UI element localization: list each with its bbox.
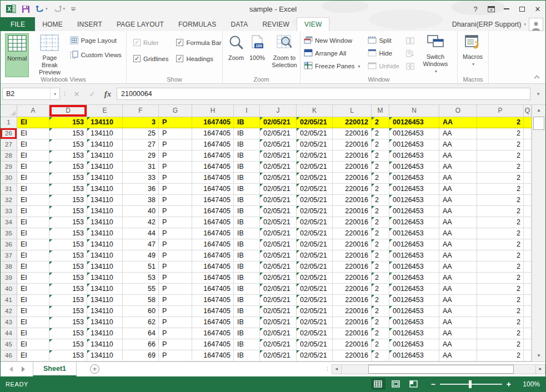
cell-L42[interactable]: 220016 — [333, 306, 372, 317]
cell-O29[interactable]: AA — [439, 162, 477, 173]
cell-J31[interactable]: 02/05/21 — [260, 184, 297, 195]
cell-P36[interactable]: 2 — [477, 239, 524, 250]
cell-E38[interactable]: 134110 — [87, 262, 123, 273]
cell-H26[interactable]: 1647405 — [192, 128, 234, 139]
tab-home[interactable]: HOME — [35, 17, 70, 31]
cell-M40[interactable]: 2 — [372, 284, 389, 295]
cell-A43[interactable]: EI — [17, 317, 49, 328]
cell-F46[interactable]: 69 — [123, 350, 159, 361]
cell-E27[interactable]: 134110 — [87, 139, 123, 150]
column-header-K[interactable]: K — [297, 105, 333, 117]
cell-E30[interactable]: 134110 — [87, 173, 123, 184]
sheet-tab-sheet1[interactable]: Sheet1 — [33, 362, 77, 377]
cell-Q36[interactable] — [524, 239, 532, 250]
cell-Q40[interactable] — [524, 284, 532, 295]
cell-M28[interactable]: 2 — [372, 150, 389, 162]
reset-window-position-button[interactable] — [406, 61, 414, 71]
cell-E39[interactable]: 134110 — [87, 273, 123, 284]
row-header-36[interactable]: 36 — [1, 239, 17, 250]
cell-N30[interactable]: 00126453 — [389, 173, 439, 184]
tab-data[interactable]: DATA — [223, 17, 255, 31]
zoom-button[interactable]: Zoom — [226, 33, 246, 70]
cell-I27[interactable]: IB — [234, 139, 260, 150]
column-header-M[interactable]: M — [372, 105, 389, 117]
cell-J1[interactable]: 02/05/21 — [260, 117, 297, 128]
cell-E29[interactable]: 134110 — [87, 162, 123, 173]
cell-I46[interactable]: IB — [234, 350, 260, 361]
cell-N1[interactable]: 00126453 — [389, 117, 439, 128]
synchronous-scrolling-button[interactable] — [406, 48, 414, 58]
cell-K41[interactable]: 02/05/21 — [297, 295, 333, 306]
cell-D37[interactable]: 153 — [49, 250, 87, 262]
cell-Q42[interactable] — [524, 306, 532, 317]
zoom-to-selection-button[interactable]: Zoom to Selection — [268, 33, 300, 70]
cell-A26[interactable]: EI — [17, 128, 49, 139]
row-header-1[interactable]: 1 — [1, 117, 17, 128]
row-header-26[interactable]: 26 — [1, 128, 17, 139]
cell-A42[interactable]: EI — [17, 306, 49, 317]
cell-G28[interactable]: P — [159, 150, 192, 162]
cell-H34[interactable]: 1647405 — [192, 217, 234, 228]
cell-J27[interactable]: 02/05/21 — [260, 139, 297, 150]
custom-views-button[interactable]: Custom Views — [70, 50, 121, 60]
cell-M35[interactable]: 2 — [372, 228, 389, 239]
tab-page-layout[interactable]: PAGE LAYOUT — [109, 17, 171, 31]
cell-K44[interactable]: 02/05/21 — [297, 328, 333, 339]
cell-L44[interactable]: 220016 — [333, 328, 372, 339]
cell-O42[interactable]: AA — [439, 306, 477, 317]
cell-L27[interactable]: 220016 — [333, 139, 372, 150]
cell-N32[interactable]: 00126453 — [389, 195, 439, 206]
cell-H29[interactable]: 1647405 — [192, 162, 234, 173]
cell-I39[interactable]: IB — [234, 273, 260, 284]
cell-N43[interactable]: 00126453 — [389, 317, 439, 328]
cell-P30[interactable]: 2 — [477, 173, 524, 184]
cell-J28[interactable]: 02/05/21 — [260, 150, 297, 162]
cell-H1[interactable]: 1647405 — [192, 117, 234, 128]
expand-formula-bar-icon[interactable]: ▾ — [533, 88, 544, 100]
horizontal-scroll-track[interactable] — [342, 364, 535, 374]
column-header-N[interactable]: N — [389, 105, 439, 117]
enter-icon[interactable]: ✓ — [86, 88, 99, 100]
cell-J44[interactable]: 02/05/21 — [260, 328, 297, 339]
cell-K26[interactable]: 02/05/21 — [297, 128, 333, 139]
zoom-slider-track[interactable] — [440, 384, 502, 385]
cell-G40[interactable]: P — [159, 284, 192, 295]
cell-D44[interactable]: 153 — [49, 328, 87, 339]
zoom-out-button[interactable]: − — [431, 380, 435, 389]
cell-M41[interactable]: 2 — [372, 295, 389, 306]
cell-A34[interactable]: EI — [17, 217, 49, 228]
cell-H35[interactable]: 1647405 — [192, 228, 234, 239]
cell-N31[interactable]: 00126453 — [389, 184, 439, 195]
cell-O32[interactable]: AA — [439, 195, 477, 206]
cell-L39[interactable]: 220016 — [333, 273, 372, 284]
cell-Q37[interactable] — [524, 250, 532, 262]
cell-N46[interactable]: 00126453 — [389, 350, 439, 361]
cell-G37[interactable]: P — [159, 250, 192, 262]
cell-E45[interactable]: 134110 — [87, 339, 123, 350]
column-header-F[interactable]: F — [123, 105, 159, 117]
row-header-33[interactable]: 33 — [1, 206, 17, 217]
cell-A45[interactable]: EI — [17, 339, 49, 350]
cell-D38[interactable]: 153 — [49, 262, 87, 273]
cell-L34[interactable]: 220016 — [333, 217, 372, 228]
cell-G34[interactable]: P — [159, 217, 192, 228]
cell-F43[interactable]: 62 — [123, 317, 159, 328]
horizontal-scroll-thumb[interactable] — [368, 365, 514, 374]
cell-L1[interactable]: 220012 — [333, 117, 372, 128]
cell-H39[interactable]: 1647405 — [192, 273, 234, 284]
cell-A44[interactable]: EI — [17, 328, 49, 339]
cell-A32[interactable]: EI — [17, 195, 49, 206]
cell-K29[interactable]: 02/05/21 — [297, 162, 333, 173]
cell-E46[interactable]: 134110 — [87, 350, 123, 361]
cell-K31[interactable]: 02/05/21 — [297, 184, 333, 195]
cell-J40[interactable]: 02/05/21 — [260, 284, 297, 295]
cell-A33[interactable]: EI — [17, 206, 49, 217]
cell-L41[interactable]: 220016 — [333, 295, 372, 306]
cell-D36[interactable]: 153 — [49, 239, 87, 250]
cell-I40[interactable]: IB — [234, 284, 260, 295]
cell-M36[interactable]: 2 — [372, 239, 389, 250]
cell-O43[interactable]: AA — [439, 317, 477, 328]
cell-K46[interactable]: 02/05/21 — [297, 350, 333, 361]
cell-I1[interactable]: IB — [234, 117, 260, 128]
cell-I37[interactable]: IB — [234, 250, 260, 262]
